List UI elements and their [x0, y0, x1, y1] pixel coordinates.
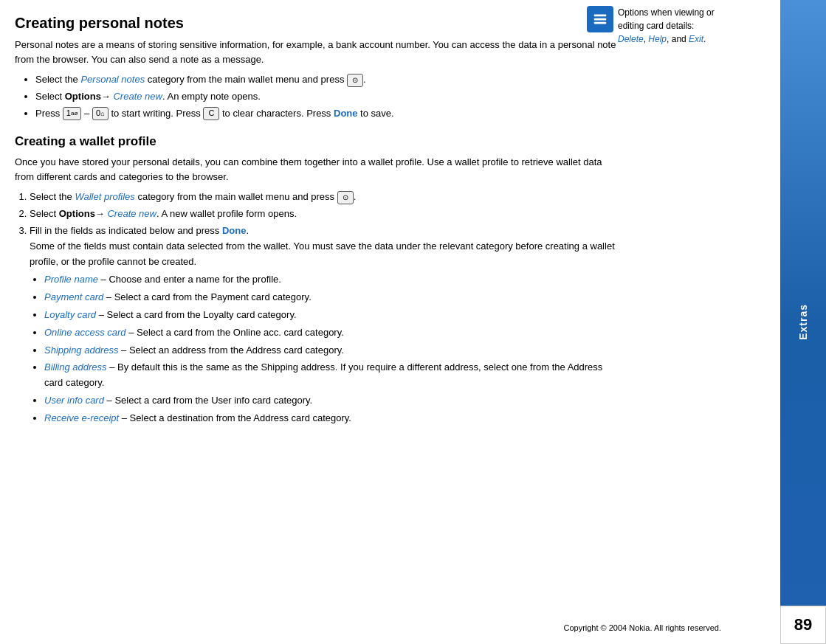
sub-bullet-billing-address: Billing address – By default this is the…	[44, 360, 620, 391]
nav-key-2: ⊙	[337, 191, 354, 204]
sub-bullet-loyalty-card: Loyalty card – Select a card from the Lo…	[44, 308, 620, 323]
sub-bullet-online-access-card: Online access card – Select a card from …	[44, 325, 620, 341]
section2-intro: Once you have stored your personal detai…	[15, 155, 620, 184]
sub-bullets: Profile name – Choose and enter a name f…	[44, 272, 620, 426]
wallet-profiles-link[interactable]: Wallet profiles	[75, 191, 134, 202]
sub-bullet-user-info-card: User info card – Select a card from the …	[44, 393, 620, 409]
key-0: 0⌂	[92, 107, 109, 120]
svg-rect-0	[594, 15, 607, 17]
nav-key: ⊙	[347, 74, 363, 87]
profile-name-link[interactable]: Profile name	[44, 274, 98, 285]
svg-rect-2	[594, 22, 607, 24]
sub-bullet-profile-name: Profile name – Choose and enter a name f…	[44, 272, 620, 288]
svg-rect-1	[594, 18, 607, 21]
sub-bullet-payment-card: Payment card – Select a card from the Pa…	[44, 290, 620, 305]
sidebar-note-text: Options when viewing or editing card det…	[618, 6, 723, 46]
sidebar: Extras 89	[780, 0, 826, 644]
section1-bullets: Select the Personal notes category from …	[35, 72, 620, 121]
receive-e-receipt-link[interactable]: Receive e-receipt	[44, 412, 119, 423]
exit-link[interactable]: Exit	[689, 34, 703, 44]
help-link[interactable]: Help	[648, 34, 667, 44]
section1-bullet-2: Select Options→ Create new. An empty not…	[35, 89, 620, 105]
options-icon	[587, 6, 613, 32]
sidebar-note: Options when viewing or editing card det…	[581, 0, 729, 52]
page-number-box: 89	[780, 606, 826, 644]
section2-step-3: Fill in the fields as indicated below an…	[30, 224, 620, 426]
sidebar-tab: Extras	[780, 0, 826, 644]
key-1: 1aø	[63, 107, 81, 120]
billing-address-link[interactable]: Billing address	[44, 361, 107, 373]
content-area: Creating personal notes Personal notes a…	[15, 15, 620, 426]
section2-step-3-note: Some of the fields must contain data sel…	[30, 240, 615, 267]
section1-bullet-3: Press 1aø – 0⌂ to start writing. Press C…	[35, 106, 620, 122]
key-c: C	[203, 107, 219, 120]
delete-link[interactable]: Delete	[618, 34, 644, 44]
section1-title: Creating personal notes	[15, 15, 620, 32]
user-info-card-link[interactable]: User info card	[44, 395, 104, 406]
main-content: Options when viewing or editing card det…	[0, 0, 780, 644]
loyalty-card-link[interactable]: Loyalty card	[44, 309, 96, 320]
sidebar-label: Extras	[797, 304, 809, 340]
section2-step-2: Select Options→ Create new. A new wallet…	[30, 207, 620, 222]
payment-card-link[interactable]: Payment card	[44, 291, 103, 302]
personal-notes-link[interactable]: Personal notes	[80, 74, 145, 85]
online-access-card-link[interactable]: Online access card	[44, 327, 126, 338]
section1-bullet-1: Select the Personal notes category from …	[35, 72, 620, 88]
section1-intro: Personal notes are a means of storing se…	[15, 38, 620, 66]
shipping-address-link[interactable]: Shipping address	[44, 344, 118, 356]
sub-bullet-shipping-address: Shipping address – Select an address fro…	[44, 343, 620, 359]
sub-bullet-receive-e-receipt: Receive e-receipt – Select a destination…	[44, 411, 620, 426]
copyright: Copyright © 2004 Nokia. All rights reser…	[563, 623, 721, 632]
section2-title: Creating a wallet profile	[15, 134, 620, 149]
section2-steps: Select the Wallet profiles category from…	[30, 190, 620, 426]
section2-step-1: Select the Wallet profiles category from…	[30, 190, 620, 205]
page-number: 89	[794, 615, 812, 634]
